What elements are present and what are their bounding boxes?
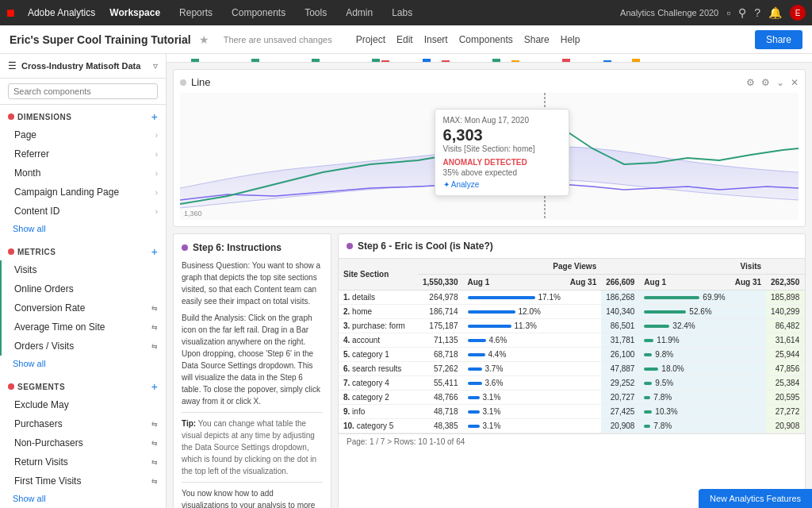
sidebar-header: ☰ Cross-Industry Matisoft Data ▿ xyxy=(0,54,166,79)
bar-c2-2 xyxy=(553,62,561,63)
cell-pv: 48,766 xyxy=(418,391,463,405)
project-title: Eric's Super Cool Training Tutorial xyxy=(10,33,191,46)
svg-text:1,360: 1,360 xyxy=(184,210,202,217)
cell-v: 86,501 xyxy=(601,319,639,333)
cell-pv: 57,262 xyxy=(418,362,463,376)
chart-config-icon[interactable]: ⚙ xyxy=(761,77,770,88)
chart-area: 1,360 MAX: Mon Aug 17, 2020 6,303 Visits… xyxy=(180,93,799,220)
bar-sr-1 xyxy=(423,59,431,63)
nav-admin[interactable]: Admin xyxy=(341,7,377,18)
table-row[interactable]: 7. category 4 55,411 3.6% 29,252 9.5% 25… xyxy=(339,376,805,391)
cell-name: 7. category 4 xyxy=(339,376,418,391)
segment-first-time[interactable]: First Time Visits⇆ xyxy=(0,471,166,491)
nav-edit[interactable]: Edit xyxy=(396,34,413,45)
sidebar-panel-title: Cross-Industry Matisoft Data xyxy=(21,61,140,71)
metric-online-orders[interactable]: Online Orders xyxy=(0,279,166,298)
nav-help[interactable]: Help xyxy=(561,34,580,45)
cell-v: 140,340 xyxy=(601,305,639,319)
nav-components[interactable]: Components xyxy=(227,7,290,18)
segment-non-purchasers[interactable]: Non-Purchasers⇆ xyxy=(0,433,166,452)
dimensions-show-all[interactable]: Show all xyxy=(0,221,166,240)
segment-purchasers[interactable]: Purchasers⇆ xyxy=(0,414,166,433)
share-button[interactable]: Share xyxy=(755,30,802,49)
sub-header: Eric's Super Cool Training Tutorial ★ Th… xyxy=(0,25,812,54)
dimensions-header: DIMENSIONS + xyxy=(0,105,166,125)
metric-orders-visits[interactable]: Orders / Visits⇆ xyxy=(0,337,166,356)
cell-pv-pct: 3.7% xyxy=(463,362,565,376)
segment-exclude-may[interactable]: Exclude May xyxy=(0,395,166,414)
bar-home-2 xyxy=(191,59,199,63)
metric-avg-time[interactable]: Average Time on Site⇆ xyxy=(0,318,166,337)
tooltip-analyze-link[interactable]: ✦ Analyze xyxy=(443,180,561,189)
chart-expand-icon[interactable]: ⌄ xyxy=(776,77,784,88)
dimension-referrer[interactable]: Referrer› xyxy=(0,144,166,164)
new-features-banner[interactable]: New Analytics Features xyxy=(699,489,812,508)
cell-v: 26,100 xyxy=(601,348,639,362)
bar-pf-2 xyxy=(251,59,259,63)
cell-v-pct: 11.9% xyxy=(639,333,730,348)
nav-share[interactable]: Share xyxy=(524,34,550,45)
chart-close-icon[interactable]: ✕ xyxy=(791,77,799,88)
cell-uv: 25,944 xyxy=(766,348,804,362)
nav-reports[interactable]: Reports xyxy=(174,7,217,18)
right-title-label: Analytics Challenge 2020 xyxy=(620,8,718,17)
table-row[interactable]: 4. account 71,135 4.6% 31,781 11.9% 31,6… xyxy=(339,333,805,348)
cell-pv-aug xyxy=(565,305,601,319)
bar-c4-1 xyxy=(483,62,491,63)
dimension-page[interactable]: Page› xyxy=(0,125,166,144)
instructions-body3: You now know how to add visualizations t… xyxy=(182,487,323,508)
adobe-logo: ■ xyxy=(6,5,15,21)
bar-c2-3 xyxy=(562,59,570,63)
sub-nav: Project Edit Insert Components Share Hel… xyxy=(356,34,580,45)
dimension-month[interactable]: Month› xyxy=(0,164,166,183)
dimension-contentid[interactable]: Content ID› xyxy=(0,202,166,221)
segment-return-visits[interactable]: Return Visits⇆ xyxy=(0,452,166,471)
table-row[interactable]: 6. search results 57,262 3.7% 47,887 18.… xyxy=(339,362,805,376)
nav-project[interactable]: Project xyxy=(356,34,385,45)
cell-uv: 86,482 xyxy=(766,319,804,333)
chart-settings-icon[interactable]: ⚙ xyxy=(746,77,755,88)
table-row[interactable]: 1. details 264,978 17.1% 186,268 69.9% 1… xyxy=(339,291,805,305)
metrics-show-all[interactable]: Show all xyxy=(0,356,166,375)
table-row[interactable]: 2. home 186,714 12.0% 140,340 52.6% 140,… xyxy=(339,305,805,319)
table-row[interactable]: 3. purchase: form 175,187 11.3% 86,501 3… xyxy=(339,319,805,333)
grid-icon[interactable]: ▫ xyxy=(726,6,730,19)
tooltip-value: 6,303 xyxy=(443,126,561,144)
metric-visits[interactable]: Visits xyxy=(0,260,166,279)
col-uv-header: Unique Visitors xyxy=(766,259,805,275)
filter-icon[interactable]: ▿ xyxy=(153,60,158,71)
segments-add-btn[interactable]: + xyxy=(151,381,158,392)
sidebar: ☰ Cross-Industry Matisoft Data ▿ DIMENSI… xyxy=(0,54,167,508)
nav-components[interactable]: Components xyxy=(459,34,513,45)
table-row[interactable]: 10. category 5 48,385 3.1% 20,908 7.8% 2… xyxy=(339,419,805,433)
search-icon[interactable]: ⚲ xyxy=(738,6,746,19)
metric-conversion-rate[interactable]: Conversion Rate⇆ xyxy=(0,298,166,318)
table-row[interactable]: 5. category 1 68,718 4.4% 26,100 9.8% 25… xyxy=(339,348,805,362)
segments-dot xyxy=(8,383,14,390)
search-input[interactable] xyxy=(8,83,158,99)
table-row[interactable]: 8. category 2 48,766 3.1% 20,727 7.8% 20… xyxy=(339,391,805,405)
dimensions-add-btn[interactable]: + xyxy=(151,111,158,122)
nav-labs[interactable]: Labs xyxy=(387,7,417,18)
segments-show-all[interactable]: Show all xyxy=(0,491,166,508)
nav-workspace[interactable]: Workspace xyxy=(105,7,165,18)
nav-tools[interactable]: Tools xyxy=(300,7,331,18)
help-icon[interactable]: ? xyxy=(754,6,760,19)
table-icon: ☰ xyxy=(8,60,17,71)
cell-uv: 20,908 xyxy=(766,419,804,433)
dimension-campaign[interactable]: Campaign Landing Page› xyxy=(0,183,166,202)
metrics-add-btn[interactable]: + xyxy=(151,246,158,257)
bar-c1-1 xyxy=(362,62,370,63)
star-icon[interactable]: ★ xyxy=(199,33,209,46)
instructions-tip: Tip: You can change what table the visua… xyxy=(182,418,323,477)
cell-pv: 175,187 xyxy=(418,319,463,333)
bell-icon[interactable]: 🔔 xyxy=(768,6,782,19)
cell-v-aug xyxy=(730,391,766,405)
cell-v-pct: 52.6% xyxy=(639,305,730,319)
user-avatar[interactable]: E xyxy=(790,5,806,21)
instructions-dot xyxy=(182,244,188,251)
nav-insert[interactable]: Insert xyxy=(424,34,448,45)
top-nav: ■ Adobe Analytics Workspace Reports Comp… xyxy=(0,0,812,25)
table-row[interactable]: 9. info 48,718 3.1% 27,425 10.3% 27,272 … xyxy=(339,405,805,419)
metrics-dot xyxy=(8,248,14,255)
